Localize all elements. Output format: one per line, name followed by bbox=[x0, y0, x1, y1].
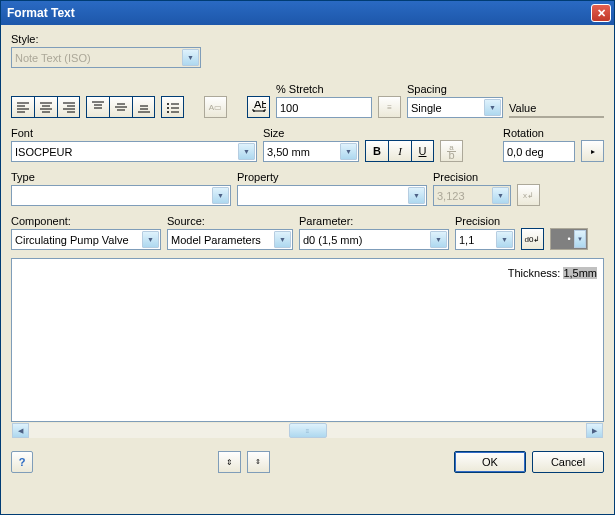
align-right-button[interactable] bbox=[57, 96, 80, 118]
chevron-down-icon[interactable]: ▼ bbox=[212, 187, 229, 204]
chevron-down-icon[interactable]: ▼ bbox=[496, 231, 513, 248]
source-label: Source: bbox=[167, 215, 293, 227]
size-dropdown[interactable]: 3,50 mm ▼ bbox=[263, 141, 359, 162]
text-frame-button[interactable]: A▭ bbox=[204, 96, 227, 118]
value-display bbox=[509, 116, 604, 118]
italic-button[interactable]: I bbox=[388, 140, 411, 162]
valign-bottom-button[interactable] bbox=[132, 96, 155, 118]
parameter-dropdown[interactable]: d0 (1,5 mm) ▼ bbox=[299, 229, 449, 250]
chevron-down-icon: ▼ bbox=[492, 187, 509, 204]
window-title: Format Text bbox=[7, 6, 75, 20]
rotation-expand-button[interactable]: ▸ bbox=[581, 140, 604, 162]
bullets-button[interactable] bbox=[161, 96, 184, 118]
property-dropdown[interactable]: ▼ bbox=[237, 185, 427, 206]
source-dropdown[interactable]: Model Parameters ▼ bbox=[167, 229, 293, 250]
valign-middle-button[interactable] bbox=[109, 96, 132, 118]
line-spacing-icon: ≡ bbox=[378, 96, 401, 118]
format-text-dialog: Format Text ✕ Style: Note Text (ISO) ▼ bbox=[0, 0, 615, 515]
font-dropdown[interactable]: ISOCPEUR ▼ bbox=[11, 141, 257, 162]
type-dropdown[interactable]: ▼ bbox=[11, 185, 231, 206]
component-label: Component: bbox=[11, 215, 161, 227]
close-button[interactable]: ✕ bbox=[591, 4, 611, 22]
value-label: Value bbox=[509, 102, 604, 114]
fit-text-button[interactable]: AB bbox=[247, 96, 270, 118]
component-dropdown[interactable]: Circulating Pump Valve ▼ bbox=[11, 229, 161, 250]
rotation-input[interactable]: 0,0 deg bbox=[503, 141, 575, 162]
font-label: Font bbox=[11, 127, 257, 139]
valign-group bbox=[86, 96, 155, 118]
svg-text:AB: AB bbox=[254, 101, 266, 110]
chevron-down-icon[interactable]: ▼ bbox=[430, 231, 447, 248]
insert-property-button[interactable]: x↲ bbox=[517, 184, 540, 206]
style-value: Note Text (ISO) bbox=[15, 52, 91, 64]
align-center-button[interactable] bbox=[34, 96, 57, 118]
align-left-button[interactable] bbox=[11, 96, 34, 118]
underline-button[interactable]: U bbox=[411, 140, 434, 162]
precision1-dropdown: 3,123 ▼ bbox=[433, 185, 511, 206]
bold-button[interactable]: B bbox=[365, 140, 388, 162]
horizontal-scrollbar[interactable]: ◀ ≡ ▶ bbox=[11, 422, 604, 439]
zoom-out-button[interactable]: ⇕ bbox=[247, 451, 270, 473]
preview-content: Thickness: 1,5mm bbox=[18, 265, 597, 281]
chevron-down-icon[interactable]: ▼ bbox=[408, 187, 425, 204]
chevron-down-icon[interactable]: ▼ bbox=[340, 143, 357, 160]
property-label: Property bbox=[237, 171, 427, 183]
scroll-left-button[interactable]: ◀ bbox=[12, 423, 29, 438]
insert-parameter-button[interactable]: d0↲ bbox=[521, 228, 544, 250]
type-label: Type bbox=[11, 171, 231, 183]
stretch-input[interactable]: 100 bbox=[276, 97, 372, 118]
style-label: Style: bbox=[11, 33, 209, 45]
chevron-down-icon: ▼ bbox=[182, 49, 199, 66]
spacing-dropdown[interactable]: Single ▼ bbox=[407, 97, 503, 118]
text-preview-area[interactable]: Thickness: 1,5mm bbox=[11, 258, 604, 422]
style-dropdown: Note Text (ISO) ▼ bbox=[11, 47, 201, 68]
scroll-thumb[interactable]: ≡ bbox=[289, 423, 327, 438]
preview-highlight: 1,5mm bbox=[563, 267, 597, 279]
symbol-picker-button[interactable]: •▼ bbox=[550, 228, 588, 250]
chevron-down-icon[interactable]: ▼ bbox=[484, 99, 501, 116]
help-button[interactable]: ? bbox=[11, 451, 33, 473]
svg-point-25 bbox=[167, 111, 169, 113]
precision2-dropdown[interactable]: 1,1 ▼ bbox=[455, 229, 515, 250]
titlebar: Format Text ✕ bbox=[1, 1, 614, 25]
spacing-label: Spacing bbox=[407, 83, 503, 95]
valign-top-button[interactable] bbox=[86, 96, 109, 118]
scroll-right-button[interactable]: ▶ bbox=[586, 423, 603, 438]
cancel-button[interactable]: Cancel bbox=[532, 451, 604, 473]
parameter-label: Parameter: bbox=[299, 215, 449, 227]
ok-button[interactable]: OK bbox=[454, 451, 526, 473]
chevron-down-icon[interactable]: ▼ bbox=[274, 231, 291, 248]
svg-point-23 bbox=[167, 107, 169, 109]
stacked-fraction-button[interactable]: ab bbox=[440, 140, 463, 162]
precision1-label: Precision bbox=[433, 171, 511, 183]
rotation-label: Rotation bbox=[503, 127, 575, 139]
chevron-down-icon[interactable]: ▼ bbox=[238, 143, 255, 160]
svg-point-21 bbox=[167, 103, 169, 105]
zoom-in-button[interactable]: ⇕ bbox=[218, 451, 241, 473]
justify-group bbox=[11, 96, 80, 118]
chevron-down-icon[interactable]: ▼ bbox=[142, 231, 159, 248]
precision2-label: Precision bbox=[455, 215, 515, 227]
stretch-label: % Stretch bbox=[276, 83, 372, 95]
size-label: Size bbox=[263, 127, 359, 139]
